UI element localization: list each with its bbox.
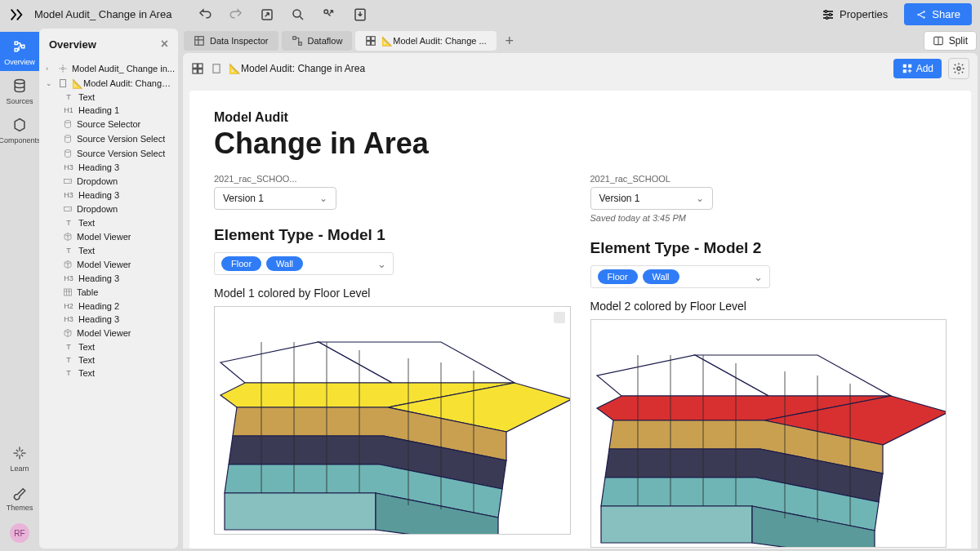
svg-rect-23 bbox=[372, 37, 376, 41]
svg-rect-18 bbox=[65, 289, 72, 295]
grid-icon[interactable] bbox=[191, 62, 204, 75]
tab-model-audit[interactable]: 📐Model Audit: Change ... bbox=[355, 31, 496, 51]
cube-icon bbox=[62, 259, 74, 270]
zoom-icon[interactable] bbox=[291, 7, 305, 22]
rail-themes-label: Themes bbox=[7, 504, 33, 512]
element-type-dropdown-2[interactable]: Floor Wall ⌄ bbox=[590, 265, 770, 288]
model-render-1 bbox=[214, 318, 571, 535]
tree-row[interactable]: TText bbox=[39, 353, 178, 367]
tree-row[interactable]: Source Version Select bbox=[39, 146, 178, 161]
chip-floor[interactable]: Floor bbox=[221, 256, 261, 271]
tree-row[interactable]: Model Viewer bbox=[39, 326, 178, 340]
tree-label: Table bbox=[77, 287, 98, 297]
add-tab-button[interactable]: + bbox=[500, 31, 519, 51]
database-icon bbox=[11, 78, 28, 94]
rail-learn[interactable]: Learn bbox=[0, 438, 39, 478]
gear-icon bbox=[952, 62, 965, 75]
tree-label: Model Viewer bbox=[77, 232, 131, 242]
type-badge: H3 bbox=[62, 315, 75, 323]
hex-icon bbox=[11, 117, 28, 133]
tab-dataflow[interactable]: Dataflow bbox=[282, 31, 353, 51]
preview-icon[interactable] bbox=[322, 7, 336, 22]
svg-rect-32 bbox=[902, 64, 906, 68]
sliders-icon bbox=[822, 8, 835, 21]
popout-icon[interactable] bbox=[260, 7, 274, 22]
table-icon bbox=[62, 287, 74, 298]
tree-label: 📐Model Audit: Change ... bbox=[72, 78, 175, 89]
tree-label: Heading 3 bbox=[78, 190, 119, 200]
dropdown-value: Version 1 bbox=[223, 193, 264, 204]
tree-row[interactable]: H2Heading 2 bbox=[39, 300, 178, 313]
rail-themes[interactable]: Themes bbox=[0, 478, 39, 517]
chevron-icon[interactable]: ⌄ bbox=[46, 79, 54, 87]
tree-row[interactable]: TText bbox=[39, 91, 178, 104]
split-button[interactable]: Split bbox=[924, 31, 977, 51]
chip-wall[interactable]: Wall bbox=[266, 256, 303, 271]
tree-row[interactable]: Source Version Select bbox=[39, 131, 178, 146]
dropdown-value: Version 1 bbox=[599, 193, 640, 204]
rail-learn-label: Learn bbox=[10, 464, 29, 473]
tree-row[interactable]: Table bbox=[39, 285, 178, 300]
undo-icon[interactable] bbox=[198, 7, 212, 22]
chip-wall[interactable]: Wall bbox=[643, 269, 679, 284]
avatar-initials: RF bbox=[14, 529, 24, 538]
rail-components[interactable]: Components bbox=[0, 110, 39, 149]
rail-sources-label: Sources bbox=[6, 97, 33, 105]
tree-label: Heading 2 bbox=[78, 301, 119, 311]
version-dropdown-2[interactable]: Version 1 ⌄ bbox=[590, 187, 713, 210]
tree-label: Text bbox=[78, 246, 95, 256]
svg-rect-12 bbox=[60, 80, 66, 87]
page-content: Model Audit Change in Area 2021_rac_SCHO… bbox=[189, 91, 971, 549]
tree-row[interactable]: TText bbox=[39, 340, 178, 353]
tree-label: Source Version Select bbox=[77, 149, 165, 158]
user-avatar[interactable]: RF bbox=[10, 523, 29, 543]
chevron-down-icon: ⌄ bbox=[319, 193, 327, 204]
tree-row[interactable]: ›Model Audit_ Change in... bbox=[39, 61, 178, 76]
rail-sources[interactable]: Sources bbox=[0, 71, 39, 110]
doc-header: 📐Model Audit: Change in Area Add bbox=[183, 53, 978, 84]
tree-row[interactable]: H3Heading 3 bbox=[39, 272, 178, 285]
tree-row[interactable]: Model Viewer bbox=[39, 257, 178, 272]
model-viewer-1[interactable] bbox=[214, 306, 571, 535]
breadcrumb-title[interactable]: 📐Model Audit: Change in Area bbox=[229, 63, 365, 74]
db-icon bbox=[62, 118, 74, 130]
tree-row[interactable]: TText bbox=[39, 244, 178, 257]
svg-rect-33 bbox=[908, 64, 911, 68]
svg-rect-29 bbox=[193, 69, 197, 73]
element-type-dropdown-1[interactable]: Floor Wall ⌄ bbox=[214, 252, 394, 275]
tree-row[interactable]: Dropdown bbox=[39, 174, 178, 189]
tree-row[interactable]: Source Selector bbox=[39, 117, 178, 131]
settings-button[interactable] bbox=[948, 58, 969, 79]
app-logo-icon[interactable] bbox=[8, 7, 24, 23]
model-viewer-2[interactable] bbox=[590, 319, 947, 548]
document-title[interactable]: Model Audit_ Change in Area bbox=[34, 8, 172, 20]
svg-rect-24 bbox=[367, 42, 371, 46]
version-dropdown-1[interactable]: Version 1 ⌄ bbox=[214, 187, 336, 210]
download-icon[interactable] bbox=[353, 7, 368, 22]
share-label: Share bbox=[932, 8, 960, 20]
tree-row[interactable]: H1Heading 1 bbox=[39, 104, 178, 117]
svg-point-2 bbox=[324, 10, 328, 14]
close-icon[interactable]: × bbox=[161, 37, 168, 51]
tree-row[interactable]: TText bbox=[39, 216, 178, 229]
tree-row[interactable]: Dropdown bbox=[39, 202, 178, 216]
rail-overview[interactable]: Overview bbox=[0, 32, 39, 71]
svg-rect-34 bbox=[902, 69, 906, 73]
tree-row[interactable]: TText bbox=[39, 367, 178, 380]
tree-row[interactable]: H3Heading 3 bbox=[39, 189, 178, 202]
overview-panel: Overview × ›Model Audit_ Change in...⌄📐M… bbox=[39, 29, 178, 549]
outline-tree: ›Model Audit_ Change in...⌄📐Model Audit:… bbox=[39, 60, 178, 381]
tree-row[interactable]: H3Heading 3 bbox=[39, 313, 178, 326]
tab-data-inspector[interactable]: Data Inspector bbox=[184, 31, 278, 51]
redo-icon[interactable] bbox=[229, 7, 243, 22]
add-button[interactable]: Add bbox=[893, 59, 942, 78]
column-model-2: 2021_rac_SCHOOL Version 1 ⌄ Saved today … bbox=[590, 174, 947, 548]
tree-row[interactable]: ⌄📐Model Audit: Change ... bbox=[39, 76, 178, 91]
chip-floor[interactable]: Floor bbox=[598, 269, 638, 284]
share-button[interactable]: Share bbox=[904, 3, 972, 25]
properties-button[interactable]: Properties bbox=[815, 5, 894, 24]
svg-point-13 bbox=[65, 121, 71, 123]
tree-row[interactable]: H3Heading 3 bbox=[39, 161, 178, 174]
chevron-icon[interactable]: › bbox=[46, 64, 54, 73]
tree-row[interactable]: Model Viewer bbox=[39, 229, 178, 244]
